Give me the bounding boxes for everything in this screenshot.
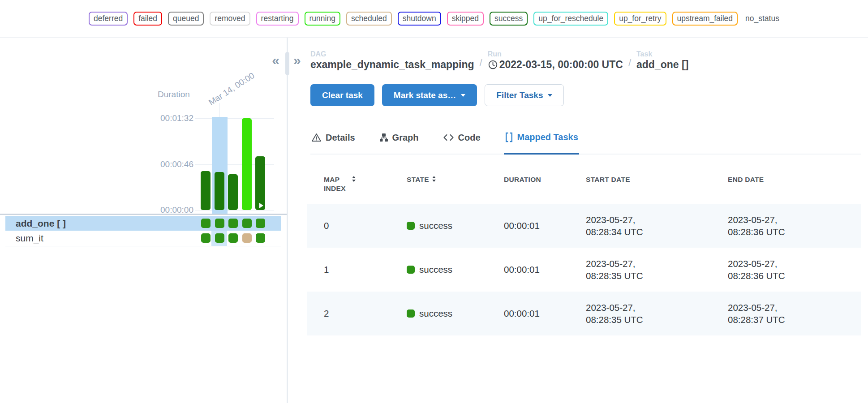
header-map-index[interactable]: MAP INDEX [324, 175, 407, 193]
task-name[interactable]: add_one [ ] [5, 218, 66, 229]
status-badge-running[interactable]: running [305, 12, 340, 26]
status-badge-removed[interactable]: removed [210, 12, 250, 26]
status-badge-up_for_retry[interactable]: up_for_retry [614, 12, 666, 26]
status-badge-up_for_reschedule[interactable]: up_for_reschedule [533, 12, 608, 26]
mark-state-as-label: Mark state as… [394, 90, 456, 100]
dag-run-bar[interactable] [255, 156, 265, 210]
task-instance-success[interactable] [215, 233, 224, 243]
collapse-grid-icon[interactable]: « [272, 54, 279, 67]
tab-code[interactable]: Code [442, 132, 481, 154]
mapped-tasks-table-body: 0success00:00:012023-05-27, 08:28:34 UTC… [307, 204, 861, 335]
run-timestamp: 2022-03-15, 00:00:00 UTC [499, 59, 623, 71]
header-start-date-label: START DATE [586, 175, 630, 184]
task-instance-success[interactable] [228, 233, 238, 243]
status-badge-restarting[interactable]: restarting [256, 12, 299, 26]
task-value[interactable]: add_one [] [636, 59, 688, 71]
status-badge-skipped[interactable]: skipped [447, 12, 484, 26]
status-badge-success[interactable]: success [490, 12, 528, 26]
status-badge-upstream_failed[interactable]: upstream_failed [672, 12, 738, 26]
status-badge-failed[interactable]: failed [133, 12, 162, 26]
chart-axis-line [0, 214, 287, 215]
mark-state-as-button[interactable]: Mark state as… [382, 84, 477, 106]
mapped-tasks-table-header: MAP INDEX STATE DURATION START DATE END … [307, 155, 861, 204]
breadcrumb-task-segment: Task add_one [] [636, 50, 688, 71]
dag-run-bar[interactable] [201, 171, 211, 210]
run-label: Run [488, 50, 623, 58]
header-duration-label: DURATION [504, 175, 541, 184]
header-start-date[interactable]: START DATE [586, 175, 728, 193]
chart-gridline [195, 210, 274, 211]
tab-details[interactable]: Details [310, 132, 356, 154]
task-actions: Clear task Mark state as… Filter Tasks [310, 84, 861, 106]
task-name[interactable]: sum_it [5, 233, 43, 244]
start-date-cell: 2023-05-27, 08:28:35 UTC [586, 258, 728, 282]
task-instance-success[interactable] [228, 219, 238, 228]
state-cell: success [407, 264, 504, 275]
duration-cell: 00:00:01 [504, 220, 586, 231]
task-instance-success[interactable] [215, 219, 224, 228]
task-instance-success[interactable] [201, 233, 211, 243]
map-index-cell: 0 [324, 220, 407, 231]
task-instance-success[interactable] [242, 219, 252, 228]
duration-axis-label: Duration [158, 90, 190, 99]
warning-triangle-icon [311, 133, 322, 142]
tab-mapped-tasks[interactable]: Mapped Tasks [504, 132, 579, 155]
task-instance-success[interactable] [256, 233, 265, 243]
clock-icon [488, 60, 498, 70]
status-badge-deferred[interactable]: deferred [89, 12, 128, 26]
dag-name[interactable]: example_dynamic_task_mapping [310, 59, 474, 71]
task-list: add_one [ ] sum_it [0, 216, 287, 246]
mapped-task-row[interactable]: 0success00:00:012023-05-27, 08:28:34 UTC… [307, 204, 861, 248]
task-row-sum-it[interactable]: sum_it [5, 231, 281, 246]
run-value[interactable]: 2022-03-15, 00:00:00 UTC [488, 59, 623, 71]
run-date-label: Mar 14, 00:00 [207, 71, 256, 107]
filter-tasks-button[interactable]: Filter Tasks [485, 84, 564, 106]
expand-grid-icon[interactable]: » [293, 54, 301, 67]
duration-cell: 00:00:01 [504, 264, 586, 275]
state-label: success [419, 220, 452, 231]
state-label: success [419, 264, 452, 275]
task-instance-success[interactable] [256, 219, 265, 228]
sort-icon[interactable] [432, 176, 436, 182]
manual-run-icon [259, 203, 263, 208]
grid-panel: « Duration Mar 14, 00:00 00:01:3200:00:4… [0, 38, 287, 403]
mapped-task-row[interactable]: 2success00:00:012023-05-27, 08:28:35 UTC… [307, 292, 861, 335]
dag-run-bar[interactable] [228, 174, 238, 210]
dag-run-bar[interactable] [215, 172, 224, 210]
state-cell: success [407, 220, 504, 231]
mapped-task-row[interactable]: 1success00:00:012023-05-27, 08:28:35 UTC… [307, 248, 861, 292]
dag-label: DAG [310, 50, 474, 58]
mapped-tasks-table: MAP INDEX STATE DURATION START DATE END … [307, 155, 861, 335]
header-state[interactable]: STATE [407, 175, 504, 193]
clear-task-button[interactable]: Clear task [310, 84, 374, 106]
map-index-cell: 2 [324, 308, 407, 319]
status-badge-scheduled[interactable]: scheduled [346, 12, 392, 26]
header-map-index-label: MAP INDEX [324, 175, 349, 193]
header-duration[interactable]: DURATION [504, 175, 586, 193]
status-badge-shutdown[interactable]: shutdown [398, 12, 441, 26]
chart-gridline [195, 118, 274, 119]
y-axis-tick: 00:00:46 [144, 159, 193, 169]
graph-icon [379, 133, 388, 142]
dag-run-bar[interactable] [242, 118, 252, 210]
breadcrumb-dag-segment: DAG example_dynamic_task_mapping [310, 50, 474, 71]
status-badge-queued[interactable]: queued [168, 12, 204, 26]
detail-tabs: Details Graph Code [310, 132, 861, 155]
task-row-add-one[interactable]: add_one [ ] [5, 216, 281, 231]
start-date-cell: 2023-05-27, 08:28:35 UTC [586, 301, 728, 326]
state-label: success [419, 308, 452, 319]
end-date-cell: 2023-05-27, 08:28:36 UTC [728, 258, 861, 282]
state-cell: success [407, 308, 504, 319]
task-instance-scheduled[interactable] [242, 233, 252, 243]
tab-graph[interactable]: Graph [378, 132, 420, 154]
header-end-date[interactable]: END DATE [728, 175, 861, 193]
tab-details-label: Details [326, 133, 355, 143]
caret-down-icon [548, 94, 552, 97]
sort-icon[interactable] [352, 176, 356, 182]
tab-graph-label: Graph [392, 133, 419, 143]
task-instance-success[interactable] [201, 219, 211, 228]
success-state-icon [407, 222, 415, 230]
breadcrumb-separator: / [480, 57, 482, 71]
success-state-icon [407, 309, 415, 318]
code-icon [443, 133, 454, 142]
